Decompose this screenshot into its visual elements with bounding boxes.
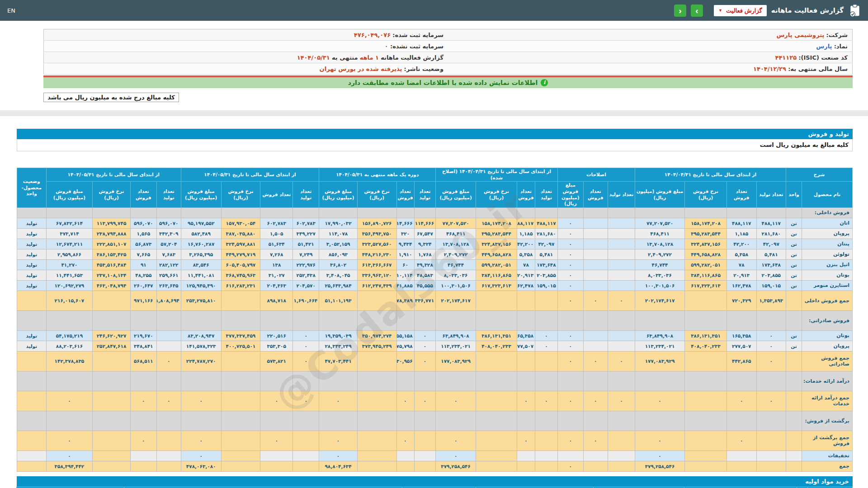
table-cell: ۵,۴۸۱ [756, 249, 786, 259]
table-cell [583, 270, 608, 280]
table-cell: ۵۹۹,۲۸۲,۰۵۱ [476, 259, 517, 270]
table-cell [685, 461, 727, 471]
table-cell: ۰ [608, 351, 635, 371]
table-cell [535, 310, 558, 330]
table-cell: ۰ [557, 351, 583, 371]
report-type-button[interactable]: گزارش فعالیت ▼ [714, 5, 767, 16]
table-cell [583, 330, 608, 341]
column-header: دوره یک ماهه منتهی به ۱۴۰۴/۰۵/۳۱ [319, 168, 436, 182]
table-cell: ۱۶,۷۶۰,۲۸۷ [181, 239, 221, 249]
table-cell [583, 341, 608, 351]
table-cell: ۱۲,۶۷۴,۲۱۱ [46, 239, 93, 249]
table-cell: ۶۱۷,۳۲۳,۶۱۳ [476, 280, 517, 291]
table-cell [93, 310, 131, 330]
table-cell [436, 411, 476, 431]
table-cell: ۲۰۲,۱۷۴,۶۱۷ [436, 291, 476, 310]
table-cell: ۹,۳۲۴ [414, 239, 436, 249]
status-cell: تولید [17, 280, 47, 291]
table-cell: ۷,۶۶۵ [130, 249, 156, 259]
table-cell [93, 371, 131, 391]
table-cell: ۰ [396, 431, 414, 450]
row-label: پروپان [802, 228, 852, 239]
table-cell: ۳۶,۸۰۲ [319, 259, 358, 270]
table-cell: ۴۷۸,۰۶۳,۰۸۰ [181, 461, 221, 471]
table-row: پنتانتن۴۲,۰۹۷۴۲,۲۰۰۳۲۴,۸۳۷,۱۵۶۱۳,۷۰۸,۱۲۸… [17, 239, 853, 249]
table-cell [93, 291, 131, 310]
table-cell [608, 270, 635, 280]
unregistered-capital-label: سرمایه ثبت نشده: [390, 43, 443, 50]
row-label: تولوئن [802, 249, 852, 259]
table-cell: ۲۱۶,۰۱۵,۶۰۷ [46, 291, 93, 310]
top-navbar: گزارش فعالیت ماهانه گزارش فعالیت ▼ › ‹ E… [0, 0, 868, 21]
next-report-button[interactable]: › [691, 5, 703, 17]
table-cell [635, 371, 685, 391]
table-cell [260, 371, 293, 391]
table-cell: ۹۵,۱۹۷,۵۵۲ [181, 218, 221, 228]
column-header: تعداد تولید [608, 182, 635, 208]
table-cell: ۳۶۸,۷۴۵,۹۶۳ [221, 270, 260, 280]
column-header: تعداد فروش [260, 182, 293, 208]
row-label: بوتان [802, 330, 852, 341]
status-cell [17, 291, 47, 310]
table-cell: ۲,۴۰۹,۲۷۲ [635, 249, 685, 259]
fiscal-year-label: سال مالی منتهی به: [788, 66, 848, 72]
table-cell: ۱۷,۹۹۰,۰۳۲ [319, 218, 358, 228]
table-row: استایرن منومرتن۱۵۹,۰۱۵۱۶۲,۴۷۸۶۱۷,۳۲۳,۶۱۳… [17, 280, 853, 291]
unit-cell [786, 291, 802, 310]
table-cell [727, 310, 757, 330]
table-cell [130, 461, 156, 471]
table-row: جمع فروش داخلی۱,۳۵۳,۸۹۳۷۲۰,۳۲۹۲۰۲,۱۷۴,۶۱… [17, 291, 853, 310]
table-cell [756, 310, 786, 330]
table-cell: ۳۴۸,۸۴۱ [130, 341, 156, 351]
status-cell [17, 207, 47, 218]
table-cell [583, 371, 608, 391]
unit-cell: تن [786, 218, 802, 228]
table-cell: ۳۹۵,۲۸۳,۵۴۴ [685, 228, 727, 239]
previous-report-button[interactable]: ‹ [674, 5, 686, 17]
table-cell [635, 207, 685, 218]
table-cell: ۴۰۸,۰۴۰,۲۳۳ [685, 341, 727, 351]
table-cell [414, 431, 436, 450]
table-cell: ۵,۳۵۸ [517, 249, 535, 259]
column-header: نام محصول [802, 182, 852, 208]
table-cell [436, 207, 476, 218]
table-cell [583, 259, 608, 270]
table-cell [756, 411, 786, 431]
table-cell: ۶۳,۸۴۹,۹۰۸ [635, 330, 685, 341]
table-cell: ۰ [436, 431, 476, 450]
table-cell [46, 207, 93, 218]
table-cell: ۲۶۳,۶۴۵ [156, 280, 181, 291]
table-cell [608, 259, 635, 270]
table-cell [130, 310, 156, 330]
company-label: شرکت: [826, 32, 848, 38]
section-row: فروش صادراتی: [17, 310, 853, 330]
table-cell [221, 291, 260, 310]
unregistered-capital-value: ۰ [385, 43, 388, 50]
table-cell [535, 431, 558, 450]
table-cell: ۱,۱۸۵ [727, 228, 757, 239]
table-cell [517, 461, 535, 471]
table-cell: ۱۶۲,۴۷۸ [727, 280, 757, 291]
table-cell: ۱۵۶,۸۹۰,۷۲۶ [357, 218, 396, 228]
row-label: برگشت از فروش: [802, 411, 852, 431]
table-cell: ۰ [517, 431, 535, 450]
table-cell [608, 371, 635, 391]
table-cell: ۱۱۴,۶۶۶ [396, 218, 414, 228]
unit-cell [786, 207, 802, 218]
table-row: پروپانتن۲۸۱,۶۸۰۱,۱۸۵۳۹۵,۲۸۳,۵۴۴۴۶۸,۴۱۱۰۲… [17, 228, 853, 239]
table-cell [583, 461, 608, 471]
table-cell [608, 218, 635, 228]
table-cell: ۱,۹۱۰ [396, 249, 414, 259]
row-label: تخفیفات [802, 450, 852, 461]
language-switch-link[interactable]: EN [7, 7, 15, 14]
table-cell: ۴۴۸,۲۱۶,۲۳۰ [357, 249, 396, 259]
unit-cell [786, 351, 802, 371]
table-cell [583, 207, 608, 218]
table-cell: ۴۶۸,۴۱۱ [635, 228, 685, 239]
purchase-section: خرید مواد اولیه شرحواحداز ابتدای سال مال… [17, 476, 853, 488]
table-cell: ۱۰۰,۳۰۱,۵۰۶ [436, 280, 476, 291]
column-header: نرخ فروش (ریال) [93, 182, 131, 208]
row-label: استایرن منومر [802, 280, 852, 291]
table-cell: ۴۴۹,۲۷۹,۷۱۹ [221, 249, 260, 259]
table-cell: ۴۱,۸۸۵ [396, 280, 414, 291]
